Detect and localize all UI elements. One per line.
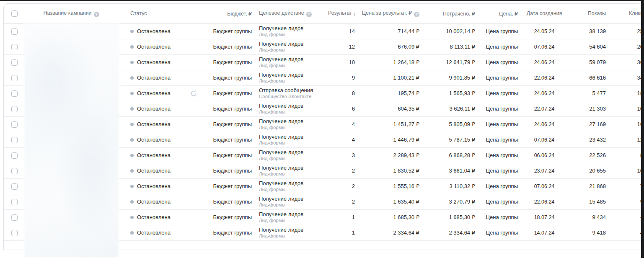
column-header-created[interactable]: Дата создания [518,4,571,23]
target-action-sublabel: Лид-формы [259,171,328,177]
row-checkbox[interactable] [11,152,18,159]
restart-icon[interactable] [190,90,197,97]
target-action-cell: Получение лидов Лид-формы [252,132,328,147]
created-date-cell: 24.06.24 [518,54,571,70]
status-badge: Остановлена [137,199,171,205]
row-checkbox[interactable] [11,44,18,50]
clicks-cell: 12 [606,132,643,147]
column-header-impressions[interactable]: Показы [571,4,606,23]
impressions-cell: 5 477 [571,85,606,101]
result-cell: 9 [328,70,355,85]
created-date-cell: 24.06.24 [518,85,571,101]
row-checkbox[interactable] [11,121,18,128]
info-icon[interactable]: ? [414,12,419,17]
row-checkbox[interactable] [11,90,18,97]
column-header-price[interactable]: Цена, ₽ [475,4,518,23]
row-checkbox[interactable] [11,59,18,66]
row-checkbox[interactable] [11,183,18,190]
budget-cell: Бюджет группы [212,163,252,178]
status-badge: Остановлена [137,137,171,143]
spent-cell: 10 002,14 ₽ [419,23,475,39]
clicks-cell: 7 [606,178,643,194]
status-badge: Остановлена [137,90,171,97]
status-cell: Остановлена [118,101,212,116]
cost-per-result-cell: 1 635,40 ₽ [355,194,419,209]
budget-cell: Бюджет группы [212,23,252,39]
spent-cell: 3 626,11 ₽ [419,101,475,116]
status-dot-icon [130,154,134,157]
info-icon[interactable]: ? [94,12,99,17]
campaigns-table-container: Название кампании? Статус Бюджет, ₽ Целе… [3,3,643,250]
row-checkbox[interactable] [11,28,18,35]
status-dot-icon [130,185,134,188]
target-action-label: Получение лидов [259,25,328,31]
status-badge: Остановлена [137,152,171,159]
impressions-cell: 15 485 [571,194,606,209]
price-cell: Цена группы [475,225,518,240]
campaign-name-redacted-overlay [25,24,118,257]
budget-cell: Бюджет группы [212,70,252,85]
column-header-cost-per-result[interactable]: Цена за результат, ₽? [355,4,419,23]
row-checkbox[interactable] [11,75,18,81]
spent-cell: 9 901,85 ₽ [419,70,475,85]
window-frame-top [0,0,644,1]
vk-ads-campaigns-screen: { "frame": { "top_bar_color": "#191a1c",… [0,0,644,258]
budget-cell: Бюджет группы [212,178,252,194]
column-header-action[interactable]: Целевое действие? [252,4,328,23]
cost-per-result-cell: 1 446,79 ₽ [355,132,419,147]
target-action-sublabel: Лид-формы [259,32,328,37]
target-action-label: Получение лидов [259,56,328,62]
column-header-budget[interactable]: Бюджет, ₽ [212,4,252,23]
status-badge: Остановлена [137,168,171,174]
column-header-spent[interactable]: Потрачено, ₽ [419,4,475,23]
column-header-clicks[interactable]: Клики [606,4,643,23]
target-action-cell: Получение лидов Лид-формы [252,147,328,163]
cost-per-result-cell: 1 830,52 ₽ [355,163,419,178]
row-checkbox[interactable] [11,230,18,236]
cost-per-result-cell: 1 451,27 ₽ [355,116,419,132]
price-cell: Цена группы [475,70,518,85]
spent-cell: 3 110,32 ₽ [419,178,475,194]
status-dot-icon [130,76,134,80]
column-header-result[interactable]: Результат?↓ [328,4,355,23]
row-checkbox[interactable] [11,106,18,112]
target-action-label: Получение лидов [259,227,328,233]
budget-cell: Бюджет группы [212,116,252,132]
info-icon[interactable]: ? [354,12,355,17]
target-action-label: Получение лидов [259,211,328,217]
status-badge: Остановлена [137,230,171,236]
info-icon[interactable]: ? [306,12,312,17]
target-action-cell: Получение лидов Лид-формы [252,163,328,178]
row-checkbox[interactable] [11,137,18,143]
target-action-sublabel: Лид-формы [259,63,328,68]
table-header-row: Название кампании? Статус Бюджет, ₽ Целе… [4,4,643,23]
column-header-action-label: Целевое действие [259,10,304,16]
status-dot-icon [130,107,134,111]
result-cell: 2 [328,178,355,194]
result-cell: 4 [328,132,355,147]
clicks-cell: 16 [606,116,643,132]
row-checkbox[interactable] [11,214,18,221]
budget-cell: Бюджет группы [212,101,252,116]
row-checkbox[interactable] [11,168,18,174]
column-header-name[interactable]: Название кампании? [25,4,118,23]
column-header-cpr-label: Цена за результат, ₽ [362,10,412,16]
column-header-result-label: Результат [328,10,352,16]
target-action-sublabel: Лид-формы [259,233,328,239]
price-cell: Цена группы [475,194,518,209]
column-header-status[interactable]: Статус [118,4,212,23]
result-cell: 8 [328,85,355,101]
cost-per-result-cell: 1 685,30 ₽ [355,209,419,225]
target-action-label: Получение лидов [259,72,328,78]
row-checkbox[interactable] [11,199,18,205]
impressions-cell: 59 079 [571,54,606,70]
status-dot-icon [130,138,134,142]
impressions-cell: 22 526 [571,147,606,163]
column-header-created-label: Дата создания [527,10,562,16]
target-action-cell: Получение лидов Лид-формы [252,209,328,225]
target-action-sublabel: Лид-формы [259,187,328,192]
select-all-checkbox[interactable] [11,10,18,17]
clicks-cell: 18 [606,85,643,101]
clicks-cell: 20 [606,39,643,54]
status-cell: Остановлена [118,85,212,101]
